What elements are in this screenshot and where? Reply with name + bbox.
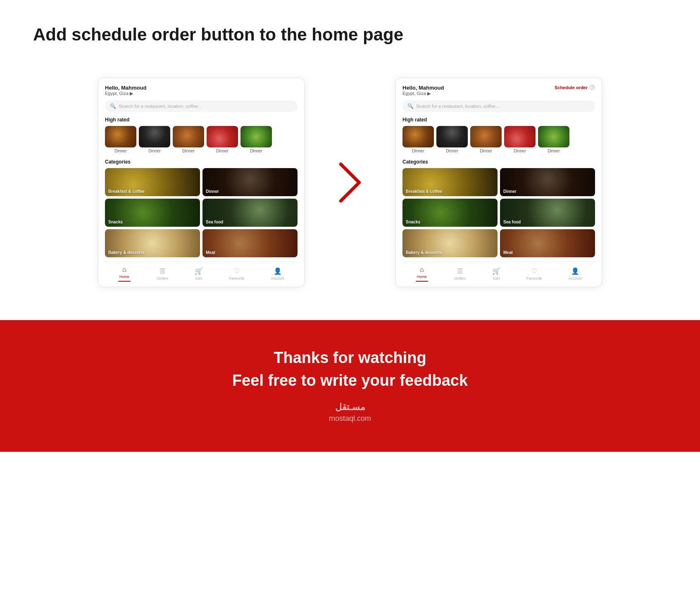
before-cat-label-meat: Meat (206, 250, 215, 255)
before-nav-fav[interactable]: ♡ Favourite (229, 267, 245, 280)
after-high-rated-title: High rated (402, 117, 595, 123)
before-cat-bakery[interactable]: Bakery & desserts (105, 229, 200, 257)
arrow-container (329, 162, 371, 203)
footer-url: mostaql.com (329, 414, 371, 423)
before-search-icon: 🔍 (110, 103, 116, 109)
after-nav-account-icon: 👤 (571, 267, 579, 275)
after-categories-grid: Breakfast & coffee Dinner Snacks Sea foo… (402, 168, 595, 257)
before-cat-seafood[interactable]: Sea food (202, 199, 298, 227)
after-food-img-1 (402, 126, 434, 147)
after-search-bar[interactable]: 🔍 Search for a restaurant, location, cof… (402, 100, 595, 112)
schedule-order-button[interactable]: Schedule order 🕐 (555, 85, 595, 90)
after-nav-cart-label: Cart (493, 276, 500, 280)
footer-logo: مسـتقل mostaql.com (17, 402, 683, 423)
after-cat-label-bakery: Bakery & desserts (406, 250, 442, 255)
after-cat-bakery[interactable]: Bakery & desserts (402, 229, 498, 257)
after-cat-label-meat: Meat (503, 250, 513, 255)
after-food-card-5: Dinner (538, 126, 569, 153)
before-high-rated-title: High rated (105, 117, 298, 123)
before-cat-breakfast[interactable]: Breakfast & coffee (105, 168, 200, 196)
after-cat-label-breakfast: Breakfast & coffee (406, 189, 442, 194)
after-nav-fav[interactable]: ♡ Favourite (526, 267, 542, 280)
after-search-icon: 🔍 (407, 103, 414, 109)
after-food-label-5: Dinner (548, 149, 560, 153)
main-content: Add schedule order button to the home pa… (0, 0, 700, 320)
before-nav-orders-label: Orders (157, 276, 169, 280)
after-cat-breakfast[interactable]: Breakfast & coffee (402, 168, 498, 196)
after-high-rated-row: Dinner Dinner Dinner Dinner Dinner (402, 126, 595, 153)
after-cat-snacks[interactable]: Snacks (402, 199, 498, 227)
before-food-label-5: Dinner (250, 149, 262, 153)
before-categories-grid: Breakfast & coffee Dinner Snacks Sea foo… (105, 168, 298, 257)
before-nav-account[interactable]: 👤 Account (271, 267, 285, 280)
after-phone-header: Hello, Mahmoud Egypt, Giza ▶ Schedule or… (402, 85, 595, 96)
before-food-card-1: Dinner (105, 126, 136, 153)
after-nav-cart[interactable]: 🛒 Cart (492, 267, 500, 280)
after-nav-account[interactable]: 👤 Account (569, 267, 582, 280)
after-cat-label-snacks: Snacks (406, 220, 420, 224)
footer-section: Thanks for watching Feel free to write y… (0, 320, 700, 452)
before-food-card-3: Dinner (173, 126, 204, 153)
after-food-img-5 (538, 126, 569, 147)
before-nav-cart-label: Cart (195, 276, 202, 280)
after-greeting-block: Hello, Mahmoud Egypt, Giza ▶ (402, 85, 444, 96)
before-cat-label-dinner: Dinner (206, 189, 219, 194)
after-nav-fav-label: Favourite (526, 276, 542, 280)
after-food-card-2: Dinner (436, 126, 468, 153)
before-greeting-block: Hello, Mahmoud Egypt, Giza ▶ (105, 85, 146, 96)
before-food-img-3 (173, 126, 204, 147)
after-cat-seafood[interactable]: Sea food (500, 199, 595, 227)
after-mockup: Hello, Mahmoud Egypt, Giza ▶ Schedule or… (395, 78, 602, 287)
before-nav-home[interactable]: ⌂ Home (118, 266, 131, 282)
before-cat-dinner[interactable]: Dinner (202, 168, 298, 196)
after-categories-title: Categories (402, 159, 595, 165)
before-nav-account-icon: 👤 (274, 267, 282, 275)
after-nav-home-icon: ⌂ (420, 266, 424, 273)
before-food-label-3: Dinner (182, 149, 194, 153)
before-nav-orders[interactable]: ☰ Orders (157, 267, 169, 280)
before-nav-cart-icon: 🛒 (195, 267, 203, 275)
after-food-label-3: Dinner (480, 149, 492, 153)
before-nav-fav-label: Favourite (229, 276, 245, 280)
before-cat-label-bakery: Bakery & desserts (108, 250, 144, 255)
after-cat-meat[interactable]: Meat (500, 229, 595, 257)
after-food-img-4 (504, 126, 536, 147)
before-search-bar[interactable]: 🔍 Search for a restaurant, location, cof… (105, 100, 298, 112)
after-nav-orders[interactable]: ☰ Orders (455, 267, 466, 280)
before-greeting: Hello, Mahmoud (105, 85, 146, 91)
after-nav-home-dot (416, 281, 428, 282)
before-food-label-4: Dinner (216, 149, 228, 153)
before-cat-label-snacks: Snacks (108, 220, 123, 224)
before-food-img-2 (139, 126, 170, 147)
before-nav-home-icon: ⌂ (122, 266, 126, 273)
before-food-label-1: Dinner (114, 149, 126, 153)
before-mockup: Hello, Mahmoud Egypt, Giza ▶ 🔍 Search fo… (98, 78, 305, 287)
before-categories-title: Categories (105, 159, 298, 165)
after-nav-fav-icon: ♡ (531, 267, 537, 275)
after-search-placeholder: Search for a restaurant, location, coffe… (416, 104, 500, 109)
after-bottom-nav: ⌂ Home ☰ Orders 🛒 Cart ♡ Favourite � (402, 261, 595, 287)
footer-thanks: Thanks for watching (17, 349, 683, 367)
after-location: Egypt, Giza ▶ (402, 91, 444, 96)
after-nav-cart-icon: 🛒 (492, 267, 500, 275)
after-nav-home[interactable]: ⌂ Home (416, 266, 428, 282)
after-food-label-1: Dinner (412, 149, 424, 153)
before-food-img-4 (207, 126, 238, 147)
after-food-card-4: Dinner (504, 126, 536, 153)
after-food-label-4: Dinner (514, 149, 526, 153)
before-food-img-1 (105, 126, 136, 147)
before-nav-fav-icon: ♡ (234, 267, 240, 275)
before-high-rated-row: Dinner Dinner Dinner Dinner Dinner (105, 126, 298, 153)
before-nav-cart[interactable]: 🛒 Cart (195, 267, 203, 280)
before-cat-label-seafood: Sea food (206, 220, 223, 224)
page-title: Add schedule order button to the home pa… (33, 25, 667, 45)
before-cat-snacks[interactable]: Snacks (105, 199, 200, 227)
after-food-img-3 (470, 126, 502, 147)
before-nav-account-label: Account (271, 276, 285, 280)
before-cat-meat[interactable]: Meat (202, 229, 298, 257)
after-greeting: Hello, Mahmoud (402, 85, 444, 91)
after-cat-dinner[interactable]: Dinner (500, 168, 595, 196)
after-food-card-1: Dinner (402, 126, 434, 153)
after-food-img-2 (436, 126, 468, 147)
before-phone-header: Hello, Mahmoud Egypt, Giza ▶ (105, 85, 298, 96)
